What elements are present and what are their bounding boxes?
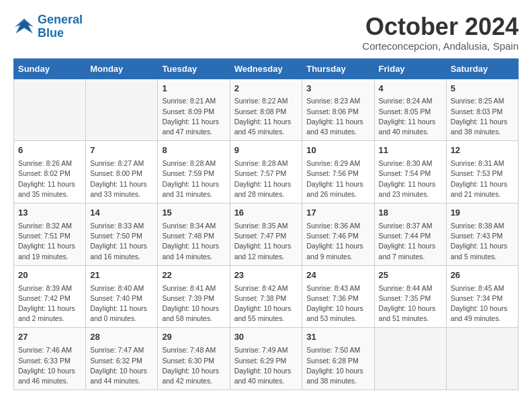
calendar-cell: 8Sunrise: 8:28 AM Sunset: 7:59 PM Daylig…	[158, 141, 230, 203]
calendar-cell: 11Sunrise: 8:30 AM Sunset: 7:54 PM Dayli…	[374, 141, 446, 203]
day-number: 16	[234, 207, 298, 220]
calendar-cell: 14Sunrise: 8:33 AM Sunset: 7:50 PM Dayli…	[86, 203, 158, 266]
day-number: 11	[379, 144, 442, 157]
day-info: Sunrise: 8:30 AM Sunset: 7:54 PM Dayligh…	[379, 158, 442, 199]
day-number: 31	[306, 331, 369, 344]
calendar-cell: 30Sunrise: 7:49 AM Sunset: 6:29 PM Dayli…	[230, 328, 302, 390]
day-number: 28	[90, 331, 153, 344]
day-info: Sunrise: 8:31 AM Sunset: 7:53 PM Dayligh…	[451, 158, 514, 199]
day-number: 4	[379, 83, 442, 95]
calendar-cell: 5Sunrise: 8:25 AM Sunset: 8:03 PM Daylig…	[446, 79, 518, 141]
calendar-cell: 13Sunrise: 8:32 AM Sunset: 7:51 PM Dayli…	[14, 203, 86, 266]
calendar-cell: 29Sunrise: 7:48 AM Sunset: 6:30 PM Dayli…	[158, 328, 230, 390]
day-info: Sunrise: 8:33 AM Sunset: 7:50 PM Dayligh…	[90, 221, 153, 262]
header-day-monday: Monday	[86, 58, 158, 79]
calendar-cell: 12Sunrise: 8:31 AM Sunset: 7:53 PM Dayli…	[446, 141, 518, 203]
day-number: 19	[451, 207, 514, 220]
day-info: Sunrise: 8:28 AM Sunset: 7:59 PM Dayligh…	[162, 158, 225, 199]
calendar-cell	[446, 328, 518, 390]
calendar-cell: 1Sunrise: 8:21 AM Sunset: 8:09 PM Daylig…	[158, 79, 230, 141]
day-info: Sunrise: 8:40 AM Sunset: 7:40 PM Dayligh…	[90, 283, 153, 324]
day-number: 2	[234, 83, 298, 95]
day-info: Sunrise: 8:36 AM Sunset: 7:46 PM Dayligh…	[306, 221, 369, 262]
calendar-cell: 10Sunrise: 8:29 AM Sunset: 7:56 PM Dayli…	[302, 141, 374, 203]
calendar-cell: 28Sunrise: 7:47 AM Sunset: 6:32 PM Dayli…	[86, 328, 158, 390]
header-day-saturday: Saturday	[446, 58, 518, 79]
day-number: 18	[379, 207, 442, 220]
week-row-5: 27Sunrise: 7:46 AM Sunset: 6:33 PM Dayli…	[14, 328, 519, 390]
calendar-cell: 6Sunrise: 8:26 AM Sunset: 8:02 PM Daylig…	[14, 141, 86, 203]
day-number: 27	[18, 331, 81, 344]
day-info: Sunrise: 7:48 AM Sunset: 6:30 PM Dayligh…	[162, 345, 225, 386]
day-number: 30	[234, 331, 298, 344]
calendar-cell: 17Sunrise: 8:36 AM Sunset: 7:46 PM Dayli…	[302, 203, 374, 266]
day-info: Sunrise: 8:25 AM Sunset: 8:03 PM Dayligh…	[451, 96, 514, 137]
day-number: 17	[306, 207, 369, 220]
header-day-thursday: Thursday	[302, 58, 374, 79]
day-info: Sunrise: 8:45 AM Sunset: 7:34 PM Dayligh…	[451, 283, 514, 324]
calendar-cell: 7Sunrise: 8:27 AM Sunset: 8:00 PM Daylig…	[86, 141, 158, 203]
page-header: General Blue October 2024 Corteconcepcio…	[13, 13, 519, 52]
day-info: Sunrise: 8:43 AM Sunset: 7:36 PM Dayligh…	[306, 283, 369, 324]
calendar-cell: 21Sunrise: 8:40 AM Sunset: 7:40 PM Dayli…	[86, 265, 158, 328]
day-number: 13	[18, 207, 81, 220]
day-info: Sunrise: 8:27 AM Sunset: 8:00 PM Dayligh…	[90, 158, 153, 199]
svg-marker-1	[16, 20, 32, 32]
logo-icon	[13, 17, 35, 36]
header-day-friday: Friday	[374, 58, 446, 79]
day-info: Sunrise: 8:26 AM Sunset: 8:02 PM Dayligh…	[18, 158, 81, 199]
day-number: 5	[451, 83, 514, 95]
calendar-cell: 25Sunrise: 8:44 AM Sunset: 7:35 PM Dayli…	[374, 265, 446, 328]
day-info: Sunrise: 7:50 AM Sunset: 6:28 PM Dayligh…	[306, 345, 369, 386]
calendar-cell: 2Sunrise: 8:22 AM Sunset: 8:08 PM Daylig…	[230, 79, 302, 141]
day-number: 26	[451, 269, 514, 282]
day-number: 12	[451, 144, 514, 157]
day-info: Sunrise: 8:42 AM Sunset: 7:38 PM Dayligh…	[234, 283, 298, 324]
day-number: 7	[90, 144, 153, 157]
calendar-cell: 26Sunrise: 8:45 AM Sunset: 7:34 PM Dayli…	[446, 265, 518, 328]
calendar-cell	[86, 79, 158, 141]
calendar-cell: 31Sunrise: 7:50 AM Sunset: 6:28 PM Dayli…	[302, 328, 374, 390]
logo-text: General Blue	[38, 13, 83, 40]
day-info: Sunrise: 8:41 AM Sunset: 7:39 PM Dayligh…	[162, 283, 225, 324]
calendar-cell: 22Sunrise: 8:41 AM Sunset: 7:39 PM Dayli…	[158, 265, 230, 328]
calendar-cell: 16Sunrise: 8:35 AM Sunset: 7:47 PM Dayli…	[230, 203, 302, 266]
day-number: 22	[162, 269, 225, 282]
day-number: 14	[90, 207, 153, 220]
day-info: Sunrise: 8:32 AM Sunset: 7:51 PM Dayligh…	[18, 221, 81, 262]
day-info: Sunrise: 8:29 AM Sunset: 7:56 PM Dayligh…	[306, 158, 369, 199]
day-info: Sunrise: 7:46 AM Sunset: 6:33 PM Dayligh…	[18, 345, 81, 386]
week-row-2: 6Sunrise: 8:26 AM Sunset: 8:02 PM Daylig…	[14, 141, 519, 203]
day-info: Sunrise: 8:23 AM Sunset: 8:06 PM Dayligh…	[306, 96, 369, 137]
calendar-cell: 18Sunrise: 8:37 AM Sunset: 7:44 PM Dayli…	[374, 203, 446, 266]
day-number: 20	[18, 269, 81, 282]
week-row-1: 1Sunrise: 8:21 AM Sunset: 8:09 PM Daylig…	[14, 79, 519, 141]
title-block: October 2024 Corteconcepcion, Andalusia,…	[362, 13, 519, 52]
calendar-cell: 3Sunrise: 8:23 AM Sunset: 8:06 PM Daylig…	[302, 79, 374, 141]
calendar-cell: 19Sunrise: 8:38 AM Sunset: 7:43 PM Dayli…	[446, 203, 518, 266]
calendar-cell: 4Sunrise: 8:24 AM Sunset: 8:05 PM Daylig…	[374, 79, 446, 141]
calendar-header-row: SundayMondayTuesdayWednesdayThursdayFrid…	[14, 58, 519, 79]
week-row-4: 20Sunrise: 8:39 AM Sunset: 7:42 PM Dayli…	[14, 265, 519, 328]
day-info: Sunrise: 8:22 AM Sunset: 8:08 PM Dayligh…	[234, 96, 298, 137]
header-day-tuesday: Tuesday	[158, 58, 230, 79]
day-info: Sunrise: 8:37 AM Sunset: 7:44 PM Dayligh…	[379, 221, 442, 262]
day-number: 8	[162, 144, 225, 157]
week-row-3: 13Sunrise: 8:32 AM Sunset: 7:51 PM Dayli…	[14, 203, 519, 266]
day-number: 10	[306, 144, 369, 157]
day-info: Sunrise: 8:28 AM Sunset: 7:57 PM Dayligh…	[234, 158, 298, 199]
location-title: Corteconcepcion, Andalusia, Spain	[362, 40, 519, 52]
calendar-cell	[14, 79, 86, 141]
day-number: 1	[162, 83, 225, 95]
calendar-cell	[374, 328, 446, 390]
day-number: 6	[18, 144, 81, 157]
day-info: Sunrise: 8:38 AM Sunset: 7:43 PM Dayligh…	[451, 221, 514, 262]
day-number: 25	[379, 269, 442, 282]
day-info: Sunrise: 8:44 AM Sunset: 7:35 PM Dayligh…	[379, 283, 442, 324]
calendar-cell: 9Sunrise: 8:28 AM Sunset: 7:57 PM Daylig…	[230, 141, 302, 203]
day-number: 29	[162, 331, 225, 344]
calendar-cell: 23Sunrise: 8:42 AM Sunset: 7:38 PM Dayli…	[230, 265, 302, 328]
header-day-sunday: Sunday	[14, 58, 86, 79]
day-info: Sunrise: 8:35 AM Sunset: 7:47 PM Dayligh…	[234, 221, 298, 262]
day-info: Sunrise: 8:34 AM Sunset: 7:48 PM Dayligh…	[162, 221, 225, 262]
